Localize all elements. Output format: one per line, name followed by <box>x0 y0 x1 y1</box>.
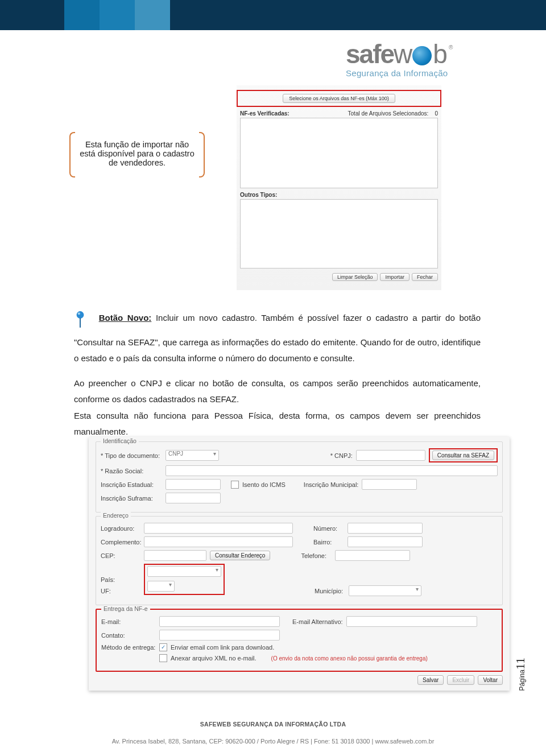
other-list[interactable] <box>240 199 438 268</box>
close-button[interactable]: Fechar <box>412 273 438 281</box>
consultar-endereco-button[interactable]: Consultar Endereço <box>210 551 270 560</box>
label-cep: CEP: <box>101 552 140 559</box>
input-contato[interactable] <box>159 630 280 641</box>
select-files-button[interactable]: Selecione os Arquivos das NF-es (Máx 100… <box>283 94 395 103</box>
header-accent <box>100 0 135 30</box>
input-cnpj[interactable] <box>356 450 425 461</box>
delivery-warning: (O envio da nota como anexo não possui g… <box>271 655 428 662</box>
label-opt-enviar-link: Enviar email com link para download. <box>171 644 274 651</box>
highlight-box: Selecione os Arquivos das NF-es (Máx 100… <box>237 90 441 107</box>
legend-endereco: Endereço <box>101 512 131 519</box>
label-razao-social: * Razão Social: <box>101 468 162 474</box>
label-numero: Número: <box>313 525 344 532</box>
input-logradouro[interactable] <box>144 523 293 534</box>
brand-logo: safewb® Segurança da Informação <box>346 41 499 78</box>
label-email: E-mail: <box>101 618 156 625</box>
label-municipio: Município: <box>315 588 345 594</box>
paragraph-3: Esta consulta não funciona para Pessoa F… <box>74 408 481 440</box>
svg-point-1 <box>78 312 80 315</box>
input-cep[interactable] <box>144 550 206 561</box>
total-value: 0 <box>435 110 438 117</box>
footer-address: Av. Princesa Isabel, 828, Santana, CEP: … <box>0 738 546 745</box>
label-insc-suframa: Inscrição Suframa: <box>101 495 162 502</box>
label-insc-estadual: Inscrição Estadual: <box>101 481 162 488</box>
verified-label: NF-es Verificadas: <box>240 110 289 117</box>
fieldset-endereco: Endereço Logradouro: Número: Complemento… <box>96 516 503 605</box>
fieldset-entrega: Entrega da NF-e E-mail: E-mail Alternati… <box>96 609 503 672</box>
brand-tagline: Segurança da Informação <box>346 68 499 78</box>
input-insc-estadual[interactable] <box>166 479 221 490</box>
page-footer: SAFEWEB SEGURANÇA DA INFORMAÇÃO LTDA Av.… <box>0 721 546 745</box>
select-municipio[interactable] <box>349 585 421 596</box>
checkbox-enviar-link[interactable]: ✓ <box>159 643 167 651</box>
import-button[interactable]: Importar <box>380 273 410 281</box>
label-telefone: Telefone: <box>301 552 332 559</box>
label-complemento: Complemento: <box>101 539 140 546</box>
label-metodo-entrega: Método de entrega: <box>101 644 156 651</box>
paragraph-2: Ao preencher o CNPJ e clicar no botão de… <box>74 375 481 408</box>
logo-text-2: w <box>394 39 411 69</box>
select-tipo-documento[interactable]: CNPJ <box>166 450 219 461</box>
checkbox-isento-icms[interactable] <box>231 481 239 489</box>
callout-note: Esta função de importar não está disponí… <box>73 132 201 175</box>
other-types-label: Outros Tipos: <box>237 188 441 199</box>
label-email-alt: E-mail Alternativo: <box>292 618 343 625</box>
input-complemento[interactable] <box>144 536 293 547</box>
checkbox-anexar-xml[interactable] <box>159 654 167 662</box>
pushpin-icon <box>74 311 86 334</box>
logo-text-1: safe <box>346 39 394 69</box>
header-bar <box>0 0 546 30</box>
total-label: Total de Arquivos Selecionados: <box>348 110 429 117</box>
label-uf: UF: <box>101 588 140 594</box>
footer-company: SAFEWEB SEGURANÇA DA INFORMAÇÃO LTDA <box>0 721 546 728</box>
label-cnpj: * CNPJ: <box>330 452 353 459</box>
label-isento-icms: Isento do ICMS <box>242 481 286 488</box>
page-number: Página11 <box>513 658 528 691</box>
logo-text-3: b <box>433 39 446 69</box>
legend-ident: Identificação <box>101 437 139 444</box>
label-contato: Contato: <box>101 632 156 639</box>
lead-label: Botão Novo: <box>99 313 152 323</box>
label-insc-municipal: Inscrição Municipal: <box>304 481 359 488</box>
excluir-button[interactable]: Excluir <box>447 675 474 685</box>
verified-list[interactable] <box>240 118 438 188</box>
label-tipo-documento: * Tipo de documento: <box>101 452 162 459</box>
page-number-label: Página <box>518 670 526 691</box>
registered-mark: ® <box>449 44 452 51</box>
highlight-box: Consultar na SEFAZ <box>429 448 498 462</box>
svg-point-0 <box>77 311 84 319</box>
globe-icon <box>412 46 432 65</box>
body-paragraphs: Botão Novo: Incluir um novo cadastro. Ta… <box>74 301 481 440</box>
page-number-value: 11 <box>513 658 527 670</box>
highlight-box <box>144 564 225 595</box>
input-bairro[interactable] <box>348 536 423 547</box>
input-email-alt[interactable] <box>346 616 477 627</box>
input-email[interactable] <box>159 616 280 627</box>
legend-entrega: Entrega da NF-e <box>101 605 150 612</box>
input-numero[interactable] <box>348 523 423 534</box>
select-pais[interactable] <box>147 566 221 577</box>
header-accent <box>135 0 170 30</box>
input-insc-municipal[interactable] <box>362 479 417 490</box>
header-accent <box>64 0 100 30</box>
input-razao-social[interactable] <box>166 465 498 476</box>
input-telefone[interactable] <box>335 550 410 561</box>
registration-form: Identificação * Tipo de documento: CNPJ … <box>89 437 510 691</box>
label-pais: País: <box>101 576 140 583</box>
label-logradouro: Logradouro: <box>101 525 140 532</box>
import-dialog: Selecione os Arquivos das NF-es (Máx 100… <box>237 85 441 290</box>
salvar-button[interactable]: Salvar <box>417 675 444 685</box>
label-opt-anexar-xml: Anexar arquivo XML no e-mail. <box>171 655 257 662</box>
voltar-button[interactable]: Voltar <box>478 675 503 685</box>
select-uf[interactable] <box>147 581 175 592</box>
fieldset-identificacao: Identificação * Tipo de documento: CNPJ … <box>96 441 503 513</box>
input-insc-suframa[interactable] <box>166 493 221 503</box>
clear-selection-button[interactable]: Limpar Seleção <box>332 273 378 281</box>
consultar-sefaz-button[interactable]: Consultar na SEFAZ <box>432 451 494 460</box>
label-bairro: Bairro: <box>313 539 344 546</box>
